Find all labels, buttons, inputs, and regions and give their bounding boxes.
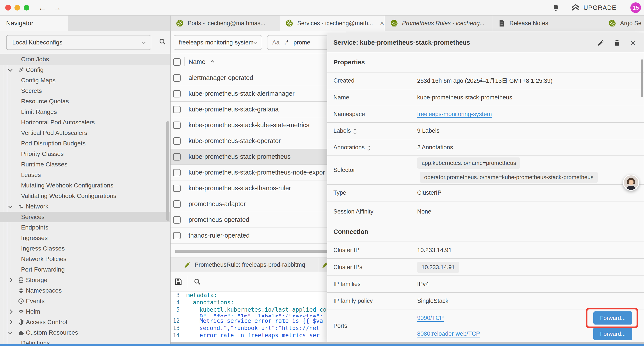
close-window-button[interactable]: [5, 5, 11, 10]
row-checkbox[interactable]: [173, 153, 180, 161]
tab-navigator[interactable]: Navigator: [0, 15, 68, 31]
sidebar-item-storage[interactable]: Storage: [0, 275, 170, 285]
row-checkbox[interactable]: [173, 200, 180, 208]
sidebar-item-network[interactable]: Network: [0, 201, 170, 212]
table-row-kube-prometheus-stack-prometheus-node-expor[interactable]: kube-prometheus-stack-prometheus-node-ex…: [170, 165, 346, 180]
sidebar-item-limit-ranges[interactable]: Limit Ranges: [0, 107, 170, 117]
chevron-down-icon[interactable]: [8, 67, 12, 72]
sidebar-item-pod-disruption-budgets[interactable]: Pod Disruption Budgets: [0, 138, 170, 149]
save-icon[interactable]: [174, 277, 183, 286]
sidebar-item-services[interactable]: Services: [0, 212, 170, 222]
sidebar-item-port-forwarding[interactable]: Port Forwarding: [0, 264, 170, 275]
row-checkbox[interactable]: [173, 74, 180, 82]
service-name: prometheus-operated: [188, 216, 249, 223]
row-checkbox[interactable]: [173, 232, 180, 239]
chevron-right-icon[interactable]: [8, 278, 12, 282]
sidebar-item-custom-resources[interactable]: Custom Resources: [0, 327, 170, 338]
editor-tab-prometheusrule[interactable]: PrometheusRule: freeleaps-prod-rabbitmq: [170, 258, 319, 272]
table-row-kube-prometheus-stack-prometheus[interactable]: kube-prometheus-stack-prometheus: [170, 149, 346, 165]
regex-toggle[interactable]: .*: [284, 39, 289, 46]
search-icon[interactable]: [158, 38, 166, 45]
tab-release-notes[interactable]: Release Notes: [492, 15, 603, 31]
tab-services-icecheng-math[interactable]: Services - icecheng@math...×: [280, 15, 385, 31]
sidebar-item-config[interactable]: Config: [0, 65, 170, 75]
avatar[interactable]: [623, 175, 639, 191]
chevron-right-icon[interactable]: [8, 310, 12, 314]
edit-pencil-icon[interactable]: [598, 39, 604, 46]
sidebar-item-namespaces[interactable]: Namespaces: [0, 285, 170, 296]
detail-row-cluster-ip: Cluster IP10.233.14.91: [327, 242, 644, 258]
forward-button[interactable]: Forward...: [593, 327, 632, 340]
row-checkbox[interactable]: [173, 106, 180, 113]
port-link[interactable]: 8080:reloader-web/TCP: [417, 331, 480, 337]
table-row-kube-prometheus-stack-operator[interactable]: kube-prometheus-stack-operator: [170, 133, 346, 149]
row-checkbox[interactable]: [173, 90, 180, 97]
sort-ascending-icon[interactable]: [211, 59, 214, 64]
tree-scrollbar[interactable]: [166, 121, 169, 221]
table-row-thanos-ruler-operated[interactable]: thanos-ruler-operated: [170, 228, 346, 244]
yaml-line-4: 4annotations:: [170, 299, 346, 306]
table-row-kube-prometheus-stack-alertmanager[interactable]: kube-prometheus-stack-alertmanager: [170, 86, 346, 102]
tab-prometheus-rules-icecheng[interactable]: Prometheus Rules - icecheng...: [385, 15, 492, 31]
sidebar-item-leases[interactable]: Leases: [0, 170, 170, 180]
chevron-down-icon[interactable]: [8, 330, 12, 335]
forward-arrow-icon[interactable]: →: [53, 3, 62, 12]
upgrade-button[interactable]: UPGRADE: [571, 3, 616, 12]
sidebar-item-helm[interactable]: Helm: [0, 306, 170, 317]
close-icon[interactable]: ×: [630, 38, 636, 48]
chevron-down-icon[interactable]: [8, 204, 12, 208]
search-icon[interactable]: [193, 278, 201, 286]
sidebar-item-resource-quotas[interactable]: Resource Quotas: [0, 96, 170, 107]
sidebar-item-events[interactable]: Events: [0, 296, 170, 306]
expand-collapse-icon[interactable]: [354, 128, 356, 134]
kubeconfig-context-select[interactable]: Local Kubeconfigs: [6, 35, 151, 50]
row-checkbox[interactable]: [173, 169, 180, 176]
chevron-right-icon[interactable]: [8, 320, 12, 324]
sidebar-item-config-maps[interactable]: Config Maps: [0, 75, 170, 86]
delete-trash-icon[interactable]: [613, 39, 621, 46]
notifications-bell-icon[interactable]: [552, 4, 560, 11]
sidebar-item-cron-jobs[interactable]: Cron Jobs: [0, 54, 170, 65]
sidebar-item-horizontal-pod-autoscalers[interactable]: Horizontal Pod Autoscalers: [0, 117, 170, 128]
zoom-window-button[interactable]: [24, 5, 29, 10]
sidebar-item-validating-webhook-configurations[interactable]: Validating Webhook Configurations: [0, 191, 170, 201]
select-all-checkbox[interactable]: [173, 58, 180, 66]
namespace-select[interactable]: freeleaps-monitoring-system: [174, 35, 262, 50]
horizontal-scrollbar[interactable]: [170, 250, 346, 253]
horizontal-scrollbar-thumb[interactable]: [175, 250, 341, 253]
expand-collapse-icon[interactable]: [368, 145, 370, 150]
table-row-kube-prometheus-stack-kube-state-metrics[interactable]: kube-prometheus-stack-kube-state-metrics: [170, 117, 346, 133]
sidebar-item-vertical-pod-autoscalers[interactable]: Vertical Pod Autoscalers: [0, 128, 170, 138]
yaml-url-link[interactable]: https://net: [282, 325, 320, 331]
table-row-kube-prometheus-stack-thanos-ruler[interactable]: kube-prometheus-stack-thanos-ruler: [170, 180, 346, 196]
table-row-prometheus-operated[interactable]: prometheus-operated: [170, 212, 346, 228]
sidebar-item-access-control[interactable]: Access Control: [0, 317, 170, 327]
port-link[interactable]: 9090/TCP: [417, 315, 444, 322]
column-header-name[interactable]: Name: [188, 58, 206, 65]
close-tab-icon[interactable]: ×: [380, 20, 384, 27]
sidebar-item-ingress-classes[interactable]: Ingress Classes: [0, 243, 170, 254]
table-row-kube-prometheus-stack-grafana[interactable]: kube-prometheus-stack-grafana: [170, 102, 346, 117]
sidebar-item-secrets[interactable]: Secrets: [0, 86, 170, 96]
tab-pods-icecheng-mathmas[interactable]: Pods - icecheng@mathmas...: [170, 15, 280, 31]
tab-argo-se[interactable]: Argo Se: [603, 15, 644, 31]
namespace-link[interactable]: freeleaps-monitoring-system: [417, 111, 492, 118]
sidebar-item-network-policies[interactable]: Network Policies: [0, 254, 170, 264]
sidebar-item-ingresses[interactable]: Ingresses: [0, 233, 170, 243]
sidebar-item-priority-classes[interactable]: Priority Classes: [0, 149, 170, 159]
back-arrow-icon[interactable]: ←: [38, 3, 46, 12]
sidebar-item-endpoints[interactable]: Endpoints: [0, 222, 170, 233]
match-case-toggle[interactable]: Aa: [272, 39, 280, 46]
detail-scrollbar[interactable]: [641, 59, 643, 97]
row-checkbox[interactable]: [173, 216, 180, 224]
sidebar-item-mutating-webhook-configurations[interactable]: Mutating Webhook Configurations: [0, 180, 170, 191]
row-checkbox[interactable]: [173, 137, 180, 145]
yaml-editor[interactable]: 3metadata:4annotations:5kubectl.kubernet…: [170, 291, 346, 342]
table-row-prometheus-adapter[interactable]: prometheus-adapter: [170, 196, 346, 212]
row-checkbox[interactable]: [173, 122, 180, 129]
minimize-window-button[interactable]: [14, 5, 20, 10]
sidebar-item-runtime-classes[interactable]: Runtime Classes: [0, 159, 170, 170]
row-checkbox[interactable]: [173, 185, 180, 192]
account-badge[interactable]: 15: [630, 2, 641, 13]
table-row-alertmanager-operated[interactable]: alertmanager-operated: [170, 70, 346, 86]
